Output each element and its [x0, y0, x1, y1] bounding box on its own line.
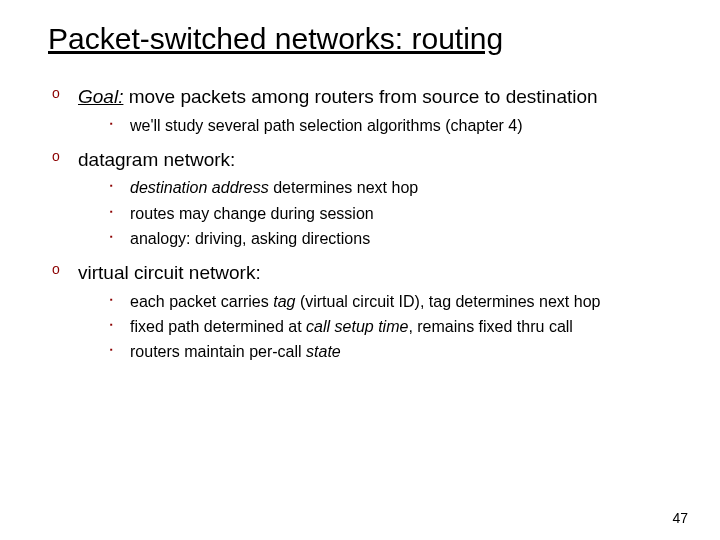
sub-item-text: (virtual circuit ID), tag determines nex… — [295, 293, 600, 310]
bullet-vc-text: virtual circuit network: — [78, 262, 261, 283]
sub-item: destination address determines next hop — [110, 176, 680, 199]
bullet-virtual-circuit: virtual circuit network: each packet car… — [52, 260, 680, 363]
sub-item: routers maintain per-call state — [110, 340, 680, 363]
emph: destination address — [130, 179, 269, 196]
sub-item-text: determines next hop — [269, 179, 418, 196]
sub-list: destination address determines next hop … — [78, 176, 680, 250]
sub-item-text: routes may change during session — [130, 205, 374, 222]
sub-item: routes may change during session — [110, 202, 680, 225]
sub-item-text: analogy: driving, asking directions — [130, 230, 370, 247]
bullet-goal: Goal: move packets among routers from so… — [52, 84, 680, 137]
slide: Packet-switched networks: routing Goal: … — [0, 0, 720, 540]
sub-list: we'll study several path selection algor… — [78, 114, 680, 137]
sub-item: each packet carries tag (virtual circuit… — [110, 290, 680, 313]
bullet-datagram: datagram network: destination address de… — [52, 147, 680, 250]
emph: tag — [273, 293, 295, 310]
sub-item-text: , remains fixed thru call — [408, 318, 573, 335]
bullet-list: Goal: move packets among routers from so… — [48, 84, 680, 363]
slide-title: Packet-switched networks: routing — [48, 22, 680, 56]
sub-item-pre: each packet carries — [130, 293, 273, 310]
emph: call setup time — [306, 318, 408, 335]
sub-list: each packet carries tag (virtual circuit… — [78, 290, 680, 364]
sub-item: fixed path determined at call setup time… — [110, 315, 680, 338]
page-number: 47 — [672, 510, 688, 526]
sub-item-text: we'll study several path selection algor… — [130, 117, 523, 134]
sub-item-pre: routers maintain per-call — [130, 343, 306, 360]
sub-item: analogy: driving, asking directions — [110, 227, 680, 250]
bullet-goal-text: move packets among routers from source t… — [123, 86, 597, 107]
sub-item: we'll study several path selection algor… — [110, 114, 680, 137]
emph: state — [306, 343, 341, 360]
sub-item-pre: fixed path determined at — [130, 318, 306, 335]
bullet-goal-lead: Goal: — [78, 86, 123, 107]
bullet-datagram-text: datagram network: — [78, 149, 235, 170]
